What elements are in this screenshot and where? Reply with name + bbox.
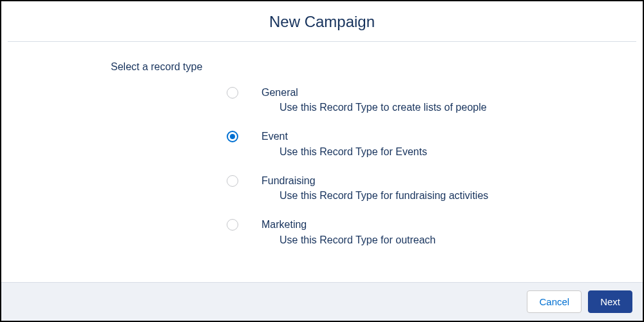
record-type-option-marketing[interactable]: Marketing Use this Record Type for outre… [227, 218, 617, 247]
option-text: General Use this Record Type to create l… [261, 86, 487, 115]
option-description: Use this Record Type for outreach [279, 232, 436, 248]
modal-header: New Campaign [1, 1, 643, 41]
modal-body: Select a record type General Use this Re… [1, 42, 643, 282]
modal-title: New Campaign [1, 13, 643, 31]
next-button[interactable]: Next [588, 290, 632, 313]
radio-icon[interactable] [227, 219, 238, 231]
record-type-option-fundraising[interactable]: Fundraising Use this Record Type for fun… [227, 174, 617, 204]
new-campaign-modal: New Campaign Select a record type Genera… [0, 0, 644, 322]
option-description: Use this Record Type for Events [279, 144, 427, 160]
option-text: Event Use this Record Type for Events [261, 129, 427, 159]
radio-icon[interactable] [227, 131, 238, 142]
option-label: Fundraising [261, 174, 488, 188]
radio-icon[interactable] [227, 87, 238, 99]
cancel-button[interactable]: Cancel [527, 290, 582, 313]
record-type-options: General Use this Record Type to create l… [227, 86, 617, 248]
option-label: General [261, 86, 487, 100]
record-type-prompt: Select a record type [111, 61, 617, 73]
record-type-option-general[interactable]: General Use this Record Type to create l… [227, 86, 617, 115]
option-text: Marketing Use this Record Type for outre… [261, 218, 436, 247]
option-description: Use this Record Type to create lists of … [279, 100, 487, 115]
option-label: Event [261, 129, 427, 144]
record-type-option-event[interactable]: Event Use this Record Type for Events [227, 129, 617, 159]
option-text: Fundraising Use this Record Type for fun… [261, 174, 488, 204]
modal-footer: Cancel Next [1, 282, 643, 321]
option-description: Use this Record Type for fundraising act… [279, 188, 488, 204]
option-label: Marketing [261, 218, 436, 232]
radio-icon[interactable] [227, 175, 238, 187]
